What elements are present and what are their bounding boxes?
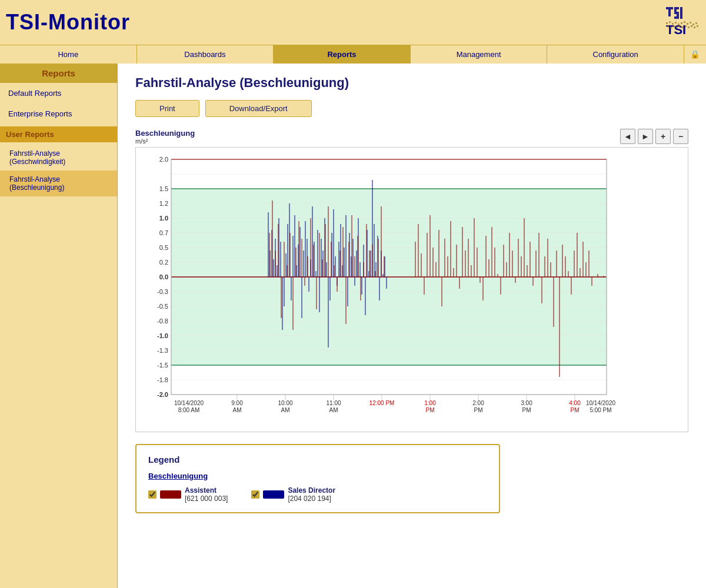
svg-rect-17 [680,12,682,14]
sidebar-item-geschwindigkeit[interactable]: Fahrstil-Analyse (Geschwindigkeit) [0,145,117,171]
svg-rect-14 [677,16,679,19]
chart-svg: 2.0 1.5 1.2 1.0 0.7 0.5 0.2 0.0 -0.3 -0.… [136,148,618,430]
svg-rect-42 [697,25,698,27]
nav-home[interactable]: Home [0,45,137,64]
chart-prev-button[interactable]: ◄ [620,129,635,144]
legend-title: Legend [148,455,487,465]
legend-checkbox-sales-director[interactable] [251,490,259,499]
svg-rect-4 [668,9,671,12]
svg-rect-34 [673,25,675,27]
page-title: Fahrstil-Analyse (Beschleunigung) [135,75,688,91]
svg-rect-1 [666,7,668,9]
svg-rect-19 [680,16,682,19]
sidebar-default-reports[interactable]: Default Reports [0,83,117,103]
x-label-end-time: 5:00 PM [590,407,611,413]
y-label--1.8: -1.8 [157,376,168,383]
chart-next-button[interactable]: ► [638,129,653,144]
sidebar-item-beschleunigung[interactable]: Fahrstil-Analyse (Beschleunigung) [0,171,117,196]
y-label--1.3: -1.3 [157,347,168,354]
chart-container: Beschleunigung m/s² ◄ ► + − [135,129,688,432]
sidebar: Reports Default Reports Enterprise Repor… [0,64,118,588]
legend-box: Legend Beschleunigung Assistent [621 000… [135,444,500,513]
svg-rect-6 [668,14,671,16]
svg-rect-13 [674,16,677,19]
y-label-0.2: 0.2 [159,259,168,266]
x-label-11am: 11:00 [326,400,341,406]
y-label--0.3: -0.3 [157,288,168,295]
svg-rect-30 [692,24,694,25]
app-title: TSI-Monitor [6,10,130,35]
y-label-0.0: 0.0 [159,273,168,280]
svg-rect-37 [682,26,684,28]
x-label-start-date: 10/14/2020 [174,400,204,406]
legend-checkbox-assistent[interactable] [148,490,156,499]
x-label-end-date: 10/14/2020 [586,400,615,406]
svg-rect-38 [685,25,687,27]
nav-configuration[interactable]: Configuration [547,45,684,64]
svg-rect-23 [672,23,674,25]
svg-rect-9 [674,9,677,12]
x-label-9am: 9:00 [231,400,243,406]
svg-rect-15 [680,7,682,9]
legend-section-title: Beschleunigung [148,472,487,480]
svg-rect-24 [675,22,677,24]
main-content: Fahrstil-Analyse (Beschleunigung) Print … [118,64,706,588]
x-label-start-time: 8:00 AM [178,407,200,413]
sidebar-user-reports-title: User Reports [0,126,117,142]
y-label-1.5: 1.5 [159,185,168,192]
svg-rect-29 [690,22,691,24]
legend-text-sales-director: Sales Director [204 020 194] [288,486,335,503]
x-label-4pm: 4:00 [569,400,581,406]
legend-items: Assistent [621 000 003] Sales Director [… [148,486,487,503]
nav-lock-button[interactable]: 🔒 [684,45,706,64]
nav-reports[interactable]: Reports [274,45,411,64]
svg-rect-35 [676,26,678,28]
y-label--1.5: -1.5 [157,362,168,369]
svg-rect-3 [671,7,673,9]
x-label-3pm-2: PM [522,407,531,413]
sidebar-title: Reports [0,64,117,83]
svg-rect-33 [670,26,672,28]
chart-controls: ◄ ► + − [620,129,688,144]
legend-item-sales-director: Sales Director [204 020 194] [251,486,335,503]
chart-label: Beschleunigung [135,129,195,138]
nav-management[interactable]: Management [411,45,548,64]
print-button[interactable]: Print [135,100,199,117]
x-label-3pm: 3:00 [521,400,532,406]
svg-rect-8 [677,7,679,9]
y-label-0.5: 0.5 [159,244,168,251]
svg-rect-18 [680,14,682,16]
legend-color-assistent [160,490,181,499]
action-buttons: Print Download/Export [135,100,688,117]
legend-color-sales-director [263,490,284,499]
svg-rect-32 [667,25,669,27]
svg-rect-39 [688,26,690,28]
y-label-0.7: 0.7 [159,229,168,236]
y-label--0.5: -0.5 [157,303,168,310]
x-label-10am: 10:00 [278,400,292,406]
nav-dashboards[interactable]: Dashboards [137,45,274,64]
svg-rect-22 [669,21,671,23]
layout: Reports Default Reports Enterprise Repor… [0,64,706,588]
legend-text-assistent: Assistent [621 000 003] [185,486,228,503]
x-label-10am-2: AM [281,407,290,413]
svg-rect-27 [684,21,685,23]
sidebar-enterprise-reports[interactable]: Enterprise Reports [0,103,117,124]
svg-rect-26 [681,22,682,24]
chart-zoom-out-button[interactable]: − [673,129,688,144]
tsi-logo: // Inline dots for logo - just draw a gr… [630,5,700,40]
svg-rect-11 [677,12,679,14]
svg-rect-7 [674,7,677,9]
header: TSI-Monitor // Inline dots for logo - ju… [0,0,706,45]
svg-rect-12 [677,14,679,16]
chart-zoom-in-button[interactable]: + [655,129,671,144]
x-label-2pm-2: PM [474,407,483,413]
svg-rect-5 [668,12,671,14]
svg-rect-40 [691,25,692,27]
y-label--1.0: -1.0 [157,332,168,339]
chart-unit: m/s² [135,138,195,145]
x-label-12pm: 12:00 PM [369,400,395,406]
y-label-1.2: 1.2 [159,200,168,207]
svg-rect-21 [666,22,668,24]
download-button[interactable]: Download/Export [205,100,312,117]
